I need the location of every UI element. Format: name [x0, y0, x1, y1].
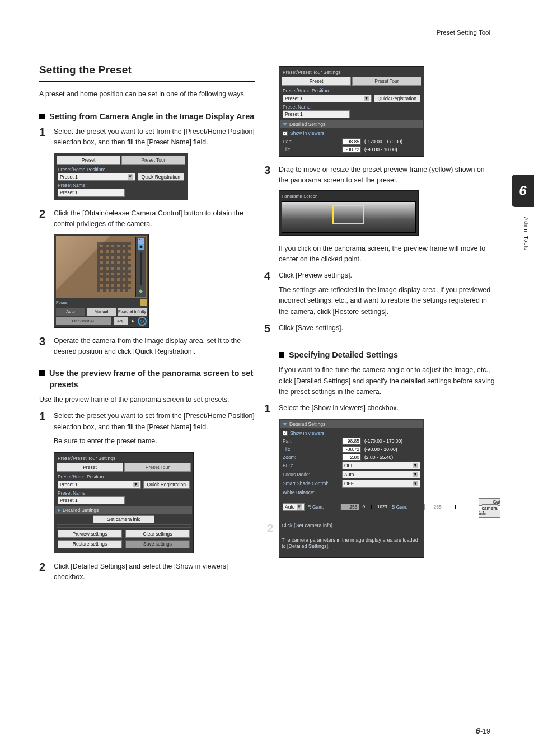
- pan-value[interactable]: 98.85: [342, 138, 361, 145]
- gain-max: 1023: [377, 504, 387, 510]
- step-text: Click [Get camera info].: [282, 523, 421, 534]
- input-preset-name[interactable]: Preset 1: [58, 496, 125, 504]
- focus-mode-select[interactable]: Auto▼: [342, 471, 420, 478]
- step-text: Click [Preview settings].: [279, 270, 495, 281]
- step-number: 1: [264, 403, 273, 414]
- side-label: Admin Tools: [522, 217, 530, 251]
- detailed-settings-header[interactable]: Detailed Settings: [55, 506, 192, 514]
- pan-label: Pan:: [283, 139, 339, 144]
- pan-range: (-170.00 - 170.00): [364, 438, 402, 444]
- panorama-screen: Panorama Screen: [279, 190, 419, 235]
- expand-down-icon: [283, 423, 287, 426]
- panorama-image[interactable]: [282, 201, 416, 233]
- step-note: The camera parameters in the image displ…: [282, 537, 421, 550]
- preview-settings-button[interactable]: Preview settings: [58, 530, 122, 538]
- section-title: Setting the Preset: [39, 62, 255, 78]
- sub-heading-b: Use the preview frame of the panorama sc…: [49, 368, 255, 390]
- clear-settings-button[interactable]: Clear settings: [125, 530, 190, 538]
- input-preset-name[interactable]: Preset 1: [283, 110, 350, 118]
- step-text: Select the preset you want to set from t…: [54, 126, 255, 148]
- step-text: Click [Detailed Settings] and select the…: [54, 561, 255, 583]
- label-preset-name: Preset Name:: [58, 490, 190, 496]
- label-preset-position: Preset/Home Position:: [58, 167, 184, 172]
- dropdown-icon: ▼: [133, 482, 139, 487]
- expand-down-icon: [283, 123, 287, 126]
- square-bullet-icon: [279, 352, 284, 358]
- tilt-value[interactable]: -38.72: [342, 446, 361, 453]
- focus-fixed-button[interactable]: Fixed at infinity: [118, 308, 147, 316]
- show-in-viewers-checkbox[interactable]: ✓Show in viewers: [283, 430, 420, 436]
- pan-value[interactable]: 98.85: [342, 438, 361, 444]
- pan-label: Pan:: [283, 438, 339, 444]
- detailed-settings-header[interactable]: Detailed Settings: [280, 120, 423, 128]
- tab-preset-tour[interactable]: Preset Tour: [121, 156, 185, 165]
- label-preset-position: Preset/Home Position:: [58, 474, 190, 480]
- dropdown-icon: ▼: [413, 463, 418, 468]
- restore-settings-button[interactable]: Restore settings: [58, 540, 122, 548]
- get-camera-info-button[interactable]: Get camera info: [93, 515, 154, 523]
- tab-preset[interactable]: Preset: [57, 156, 120, 165]
- focus-manual-button[interactable]: Manual: [87, 308, 116, 316]
- blc-label: BLC:: [283, 463, 339, 468]
- b-gain-label: B Gain:: [392, 504, 421, 510]
- quick-registration-button[interactable]: Quick Registration: [138, 173, 184, 181]
- input-preset-name[interactable]: Preset 1: [58, 189, 125, 196]
- select-preset-position[interactable]: Preset 1▼: [58, 481, 141, 489]
- step-number: 4: [264, 270, 273, 281]
- label-preset-name: Preset Name:: [283, 104, 420, 110]
- step-note: The settings are reflected in the image …: [279, 285, 495, 317]
- focus-label: Focus: [56, 299, 67, 306]
- gain-max: 1023: [461, 504, 471, 510]
- sub-c-intro: If you want to fine-tune the camera angl…: [279, 365, 495, 397]
- dropdown-icon: ▼: [413, 481, 418, 487]
- tab-preset[interactable]: Preset: [57, 463, 123, 472]
- dropdown-icon: ▼: [364, 96, 369, 101]
- select-preset-position[interactable]: Preset 1▼: [283, 95, 372, 102]
- bookmark-icon[interactable]: [140, 299, 147, 306]
- gain-min: 0: [447, 504, 449, 510]
- settings-gear-icon[interactable]: [138, 317, 147, 326]
- square-bullet-icon: [39, 370, 45, 376]
- camera-snapshot-icon[interactable]: ◉: [138, 244, 144, 250]
- label-preset-name: Preset Name:: [58, 182, 184, 188]
- focus-auto-button[interactable]: Auto: [56, 308, 85, 316]
- dropdown-icon: ▼: [297, 504, 302, 510]
- detailed-settings-header[interactable]: Detailed Settings: [280, 420, 423, 428]
- step-number: 2: [39, 208, 48, 229]
- tab-preset-tour[interactable]: Preset Tour: [352, 77, 421, 86]
- smart-shade-select[interactable]: OFF▼: [342, 480, 420, 487]
- tilt-value[interactable]: -38.72: [342, 146, 361, 153]
- step-text: Click the [Obtain/release Camera Control…: [54, 208, 255, 229]
- zoom-value[interactable]: 2.80: [342, 454, 361, 461]
- r-gain-slider[interactable]: [371, 505, 372, 509]
- preset-panel-small: Preset Preset Tour Preset/Home Position:…: [54, 153, 188, 200]
- blc-select[interactable]: OFF▼: [342, 462, 420, 469]
- step-number: 3: [39, 336, 48, 357]
- tilt-range: (-90.00 - 10.00): [364, 147, 397, 152]
- b-gain-slider[interactable]: [455, 505, 456, 509]
- save-settings-button[interactable]: Save settings: [125, 540, 190, 548]
- show-in-viewers-checkbox[interactable]: ✓Show in viewers: [283, 130, 420, 136]
- step-text: Operate the camera from the image displa…: [54, 336, 255, 357]
- adjust-up-icon[interactable]: ▲: [130, 317, 135, 325]
- adj-button[interactable]: Adj.: [114, 317, 128, 325]
- tab-preset-tour[interactable]: Preset Tour: [124, 463, 191, 472]
- step-text: Click [Save settings].: [279, 323, 495, 334]
- panorama-title: Panorama Screen: [282, 193, 416, 200]
- white-balance-label: White Balance:: [283, 490, 420, 495]
- sub-heading-a: Setting from Camera Angle in the Image D…: [49, 111, 254, 123]
- tilt-range: (-90.00 - 10.00): [364, 447, 397, 452]
- step-number: 2: [39, 561, 48, 583]
- camera-live-view[interactable]: [56, 236, 147, 298]
- quick-registration-button[interactable]: Quick Registration: [143, 481, 190, 489]
- chapter-tab: 6: [512, 175, 534, 207]
- camera-control-icon[interactable]: ⛶: [138, 238, 144, 244]
- oneshot-af-button[interactable]: One-shot AF: [56, 317, 111, 325]
- select-preset-position[interactable]: Preset 1▼: [58, 173, 135, 181]
- tab-preset[interactable]: Preset: [282, 77, 351, 86]
- white-balance-select[interactable]: Auto▼: [283, 503, 305, 511]
- step-text: Select the [Show in viewers] checkbox.: [279, 403, 495, 414]
- quick-registration-button[interactable]: Quick Registration: [374, 95, 420, 102]
- get-camera-info-button[interactable]: Get camera info: [479, 498, 500, 518]
- zoom-slider[interactable]: [140, 252, 142, 285]
